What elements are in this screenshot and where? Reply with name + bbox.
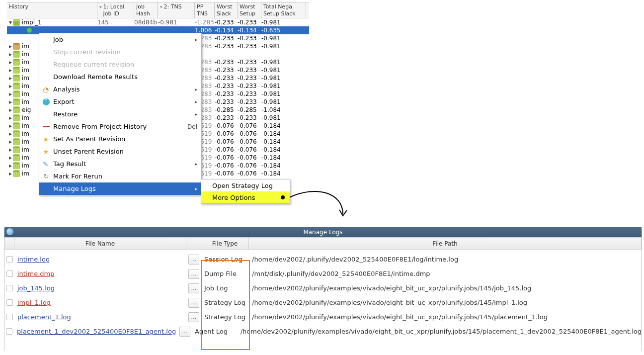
- col-pp-tns[interactable]: PP TNS: [195, 2, 215, 18]
- checkbox[interactable]: [6, 328, 12, 335]
- folder-icon: [13, 122, 20, 129]
- folder-icon: [13, 138, 20, 145]
- file-name-link[interactable]: placement_1.log: [17, 313, 71, 321]
- folder-icon: [13, 170, 20, 177]
- submenu-open-strategy-log[interactable]: Open Strategy Log: [201, 179, 290, 191]
- col-history[interactable]: History: [7, 2, 97, 18]
- file-type: Agent Log: [192, 328, 238, 335]
- col-worst-setup[interactable]: Worst Setup: [238, 2, 261, 18]
- folder-icon: [13, 154, 20, 161]
- file-type: Session Log: [201, 256, 249, 263]
- checkbox[interactable]: [6, 299, 13, 306]
- expand-icon[interactable]: ▸: [8, 154, 13, 161]
- dialog-title-bar[interactable]: Manage Logs: [4, 227, 642, 237]
- checkbox[interactable]: [6, 270, 13, 277]
- col-worst-slack[interactable]: Worst Slack: [215, 2, 238, 18]
- ctx-unset-parent[interactable]: ★Unset Parent Revision: [39, 145, 201, 158]
- expand-icon[interactable]: ▸: [8, 67, 13, 74]
- submenu-manage-logs: Open Strategy Log More Options: [201, 179, 290, 204]
- expand-icon[interactable]: ▸: [8, 98, 13, 105]
- col-file-path[interactable]: File Path: [249, 238, 642, 250]
- minus-icon: [43, 126, 50, 127]
- expand-icon[interactable]: ▸: [8, 51, 13, 58]
- chevron-right-icon: ▸: [195, 87, 197, 92]
- expand-icon[interactable]: ▸: [8, 122, 13, 129]
- browse-button[interactable]: …: [188, 298, 199, 308]
- submenu-more-options[interactable]: More Options: [201, 191, 290, 203]
- ctx-stop: Stop current revision: [39, 46, 201, 58]
- chevron-right-icon: ▸: [195, 37, 197, 42]
- file-path: /home/dev2002/.plunify/dev2002_525400E0F…: [249, 256, 642, 263]
- expand-icon[interactable]: ▸: [8, 90, 13, 97]
- expand-icon[interactable]: ▸: [8, 162, 13, 169]
- checkbox[interactable]: [6, 285, 13, 291]
- folder-icon: [13, 19, 20, 26]
- globe-icon: [6, 228, 13, 235]
- expand-icon[interactable]: ▸: [8, 146, 13, 153]
- col-file-type[interactable]: File Type: [201, 238, 249, 250]
- dialog-column-header: File Name File Type File Path: [4, 237, 642, 250]
- log-row: intime.log…Session Log/home/dev2002/.plu…: [4, 252, 642, 266]
- ctx-job[interactable]: Job▸: [39, 33, 201, 46]
- ctx-tag[interactable]: ✎Tag Result▸: [39, 158, 201, 170]
- expand-icon[interactable]: ▸: [8, 114, 13, 121]
- ctx-remove[interactable]: Remove From Project HistoryDel: [39, 120, 201, 133]
- file-name-link[interactable]: impl_1.log: [17, 299, 51, 306]
- col-checkbox[interactable]: [4, 238, 14, 250]
- folder-icon: [13, 43, 20, 50]
- browse-button[interactable]: …: [188, 312, 199, 322]
- col-job-hash[interactable]: Job Hash: [134, 2, 158, 18]
- log-row: placement_1.log…Strategy Log/home/dev200…: [4, 310, 642, 324]
- tree-row-impl1[interactable]: ▾impl_1 145 08d84b -0.981 -1.283 -0.233 …: [7, 18, 309, 26]
- ctx-mark-rerun[interactable]: ↻Mark For Rerun: [39, 170, 201, 182]
- pointer-dot-icon: [281, 195, 285, 199]
- expand-icon[interactable]: ▸: [8, 75, 13, 82]
- chevron-right-icon: ▸: [195, 161, 197, 167]
- col-local-job-id[interactable]: ▾1: Local Job ID: [97, 2, 134, 18]
- file-type: Strategy Log: [201, 299, 249, 306]
- analysis-icon: ◔: [43, 86, 50, 93]
- file-name-link[interactable]: placement_1_dev2002_525400E0F8E1_agent.l…: [17, 328, 176, 335]
- checkbox[interactable]: [6, 314, 13, 320]
- file-name-link[interactable]: intime.log: [17, 256, 50, 263]
- expand-icon[interactable]: ▸: [8, 130, 13, 137]
- history-column-header: History ▾1: Local Job ID Job Hash ▾2: TN…: [7, 2, 309, 18]
- ctx-export[interactable]: Export▸: [39, 95, 201, 108]
- expand-icon[interactable]: ▸: [8, 170, 13, 177]
- folder-icon: [13, 83, 20, 89]
- file-path: /home/dev2002/plunify/examples/vivado/ei…: [249, 284, 642, 292]
- file-name-link[interactable]: intime.dmp: [17, 270, 55, 277]
- ctx-requeue: Requeue current revision: [39, 58, 201, 71]
- col-total-neg-slack[interactable]: Total Nega Setup Slack: [261, 2, 306, 18]
- expand-icon[interactable]: ▸: [8, 138, 13, 145]
- browse-button[interactable]: …: [188, 269, 199, 279]
- ctx-download[interactable]: Download Remote Results: [39, 71, 201, 83]
- log-row: job_145.log…Job Log/home/dev2002/plunify…: [4, 281, 642, 295]
- file-path: /mnt/disk/.plunify/dev2002_525400E0F8E1/…: [249, 270, 642, 277]
- col-browse[interactable]: [186, 238, 201, 250]
- rerun-icon: ↻: [41, 173, 51, 180]
- col-tns[interactable]: ▾2: TNS: [158, 2, 195, 18]
- expand-icon[interactable]: ▸: [8, 83, 13, 89]
- expand-icon[interactable]: ▾: [8, 19, 13, 26]
- log-row: impl_1.log…Strategy Log/home/dev2002/plu…: [4, 295, 642, 310]
- expand-icon[interactable]: ▸: [8, 106, 13, 113]
- expand-icon[interactable]: ▸: [8, 43, 13, 50]
- file-name-link[interactable]: job_145.log: [17, 284, 55, 292]
- ctx-restore[interactable]: Restore▸: [39, 108, 201, 120]
- col-file-name[interactable]: File Name: [14, 238, 186, 250]
- ctx-set-parent[interactable]: ★Set As Parent Revision: [39, 133, 201, 145]
- browse-button[interactable]: …: [188, 255, 199, 265]
- folder-icon: [13, 51, 20, 58]
- chevron-right-icon: ▸: [195, 186, 197, 191]
- ctx-analysis[interactable]: ◔Analysis▸: [39, 83, 201, 95]
- ctx-manage-logs[interactable]: Manage Logs▸: [39, 182, 201, 195]
- folder-icon: [13, 98, 20, 105]
- browse-button[interactable]: …: [188, 283, 199, 293]
- checkbox[interactable]: [6, 256, 13, 263]
- folder-icon: [13, 146, 20, 153]
- folder-icon: [13, 130, 20, 137]
- expand-icon[interactable]: ▸: [8, 59, 13, 66]
- browse-button[interactable]: …: [179, 327, 190, 337]
- folder-icon: [13, 162, 20, 169]
